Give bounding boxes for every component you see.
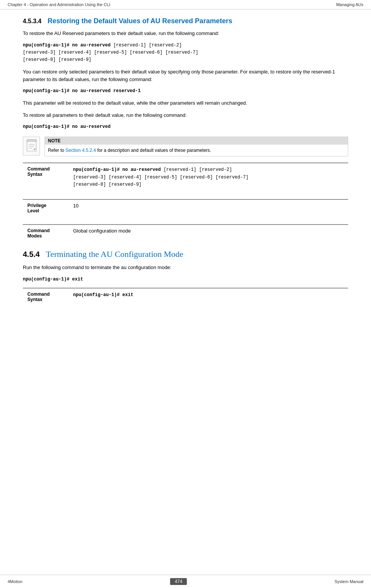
modes-row: CommandModes Global configuration mode [23, 225, 348, 242]
command3-text: npu(config-au-1)# no au-reserved [23, 124, 110, 129]
cmd-syntax-row: CommandSyntax npu(config-au-1)# no au-re… [23, 163, 348, 191]
note-text-after: for a description and default values of … [96, 148, 211, 153]
note-content: NOTE Refer to Section 4.5.2.4 for a desc… [45, 137, 348, 156]
header-right: Managing AUs [336, 2, 363, 7]
priv-value: 10 [68, 199, 348, 217]
priv-row: PrivilegeLevel 10 [23, 199, 348, 217]
page-number: 474 [170, 578, 187, 585]
section-4534-heading: 4.5.3.4 Restoring the Default Values of … [23, 17, 348, 25]
cmd-syntax-value: npu(config-au-1)# no au-reserved [reserv… [68, 163, 348, 191]
note-link[interactable]: Section 4.5.2.4 [65, 148, 96, 153]
section-4534-intro: To restore the AU Reserved parameters to… [23, 30, 348, 37]
note-text-before: Refer to [48, 148, 65, 153]
section-4534-title: Restoring the Default Values of AU Reser… [48, 17, 232, 25]
section-454-title: Terminating the AU Configuration Mode [46, 249, 183, 259]
command1-bold: npu(config-au-1)# no au-reserved [23, 43, 110, 48]
note-box: NOTE Refer to Section 4.5.2.4 for a desc… [23, 137, 348, 156]
footer-left: 4Motion [8, 579, 22, 584]
command3-block: npu(config-au-1)# no au-reserved [23, 123, 348, 131]
section-4534-number: 4.5.3.4 [23, 18, 41, 25]
cmd-syntax-bold-2: npu(config-au-1)# exit [73, 292, 133, 298]
section-4534-para2: You can restore only selected parameters… [23, 68, 348, 83]
cmd-syntax-label-2: CommandSyntax [23, 288, 68, 305]
page-header: Chapter 4 - Operation and Administration… [0, 0, 371, 10]
privilege-level-table: PrivilegeLevel 10 [23, 199, 348, 217]
cmd-syntax-bold: npu(config-au-1)# no au-reserved [73, 167, 161, 172]
command2-text: npu(config-au-1)# no au-reserved reserve… [23, 88, 141, 94]
section-454-number: 4.5.4 [23, 250, 40, 259]
cmd-syntax-label: CommandSyntax [23, 163, 68, 191]
command-syntax-table-2: CommandSyntax npu(config-au-1)# exit [23, 288, 348, 305]
command2-block: npu(config-au-1)# no au-reserved reserve… [23, 88, 348, 95]
cmd-syntax-value-2: npu(config-au-1)# exit [68, 288, 348, 305]
modes-value: Global configuration mode [68, 225, 348, 242]
section-454-command-block: npu(config-au-1)# exit [23, 276, 348, 283]
cmd-syntax-row-2: CommandSyntax npu(config-au-1)# exit [23, 288, 348, 305]
command-modes-table: CommandModes Global configuration mode [23, 224, 348, 242]
note-header-label: NOTE [45, 137, 348, 145]
svg-rect-1 [27, 140, 36, 142]
section-454-intro: Run the following command to terminate t… [23, 264, 348, 271]
command1-block: npu(config-au-1)# no au-reserved [reserv… [23, 42, 348, 64]
main-content: 4.5.3.4 Restoring the Default Values of … [0, 10, 371, 320]
section-4534-para3: This parameter will be restored to the d… [23, 99, 348, 107]
header-left: Chapter 4 - Operation and Administration… [8, 2, 110, 7]
section-4534-para4: To restore all parameters to their defau… [23, 112, 348, 119]
section-454-heading: 4.5.4 Terminating the AU Configuration M… [23, 249, 348, 259]
command-syntax-table-1: CommandSyntax npu(config-au-1)# no au-re… [23, 163, 348, 191]
page-footer: 4Motion 474 System Manual [0, 575, 371, 588]
footer-right: System Manual [334, 579, 363, 584]
note-icon [23, 137, 40, 156]
section-454-command: npu(config-au-1)# exit [23, 277, 83, 282]
priv-label: PrivilegeLevel [23, 199, 68, 217]
modes-label: CommandModes [23, 225, 68, 242]
note-body: Refer to Section 4.5.2.4 for a descripti… [45, 145, 348, 156]
